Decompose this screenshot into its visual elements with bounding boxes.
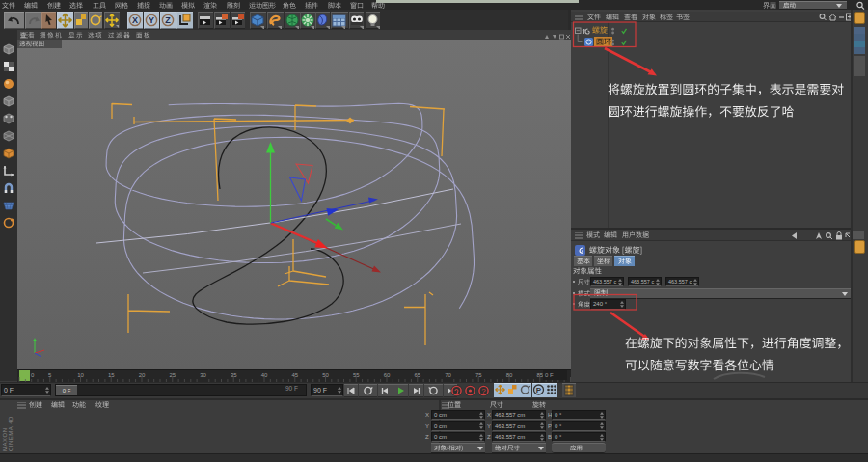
svg-text:P: P bbox=[535, 386, 541, 394]
svg-text:Z: Z bbox=[165, 15, 171, 25]
svg-text:?: ? bbox=[481, 387, 486, 395]
svg-text:X: X bbox=[132, 15, 138, 25]
svg-text:Y: Y bbox=[149, 15, 154, 25]
